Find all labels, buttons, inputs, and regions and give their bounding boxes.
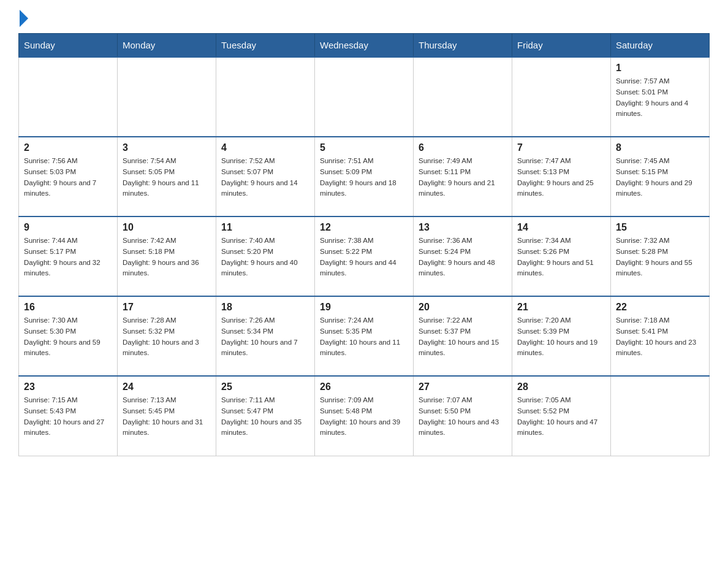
- day-number: 5: [320, 142, 408, 153]
- day-info: Sunrise: 7:42 AMSunset: 5:18 PMDaylight:…: [123, 236, 211, 279]
- calendar-cell: 24Sunrise: 7:13 AMSunset: 5:45 PMDayligh…: [118, 376, 216, 456]
- day-number: 27: [419, 381, 507, 393]
- day-number: 25: [221, 381, 309, 393]
- calendar-week-row-1: 1Sunrise: 7:57 AMSunset: 5:01 PMDaylight…: [19, 57, 710, 137]
- calendar-cell: [611, 376, 710, 456]
- day-info: Sunrise: 7:47 AMSunset: 5:13 PMDaylight:…: [517, 156, 605, 199]
- day-info: Sunrise: 7:52 AMSunset: 5:07 PMDaylight:…: [221, 156, 309, 199]
- day-info: Sunrise: 7:05 AMSunset: 5:52 PMDaylight:…: [517, 395, 605, 439]
- day-number: 19: [320, 302, 408, 313]
- calendar-week-row-3: 9Sunrise: 7:44 AMSunset: 5:17 PMDaylight…: [19, 216, 710, 296]
- page-header: [18, 12, 710, 27]
- day-number: 24: [123, 381, 211, 393]
- day-info: Sunrise: 7:20 AMSunset: 5:39 PMDaylight:…: [517, 315, 605, 359]
- day-info: Sunrise: 7:56 AMSunset: 5:03 PMDaylight:…: [24, 156, 112, 199]
- calendar-cell: 1Sunrise: 7:57 AMSunset: 5:01 PMDaylight…: [611, 57, 710, 137]
- calendar-cell: 6Sunrise: 7:49 AMSunset: 5:11 PMDaylight…: [414, 137, 512, 216]
- day-info: Sunrise: 7:30 AMSunset: 5:30 PMDaylight:…: [24, 315, 112, 359]
- day-number: 21: [517, 302, 605, 313]
- day-info: Sunrise: 7:40 AMSunset: 5:20 PMDaylight:…: [221, 236, 309, 279]
- day-info: Sunrise: 7:07 AMSunset: 5:50 PMDaylight:…: [419, 395, 507, 439]
- calendar-cell: [216, 57, 315, 137]
- day-number: 26: [320, 381, 408, 393]
- day-number: 8: [616, 142, 704, 153]
- day-info: Sunrise: 7:09 AMSunset: 5:48 PMDaylight:…: [320, 395, 408, 439]
- day-info: Sunrise: 7:45 AMSunset: 5:15 PMDaylight:…: [616, 156, 704, 199]
- day-number: 4: [221, 142, 309, 153]
- calendar-week-row-2: 2Sunrise: 7:56 AMSunset: 5:03 PMDaylight…: [19, 137, 710, 216]
- day-number: 10: [123, 222, 211, 233]
- weekday-header-tuesday: Tuesday: [216, 34, 315, 58]
- weekday-header-thursday: Thursday: [414, 34, 512, 58]
- calendar-cell: [512, 57, 611, 137]
- weekday-header-wednesday: Wednesday: [315, 34, 414, 58]
- calendar-cell: [315, 57, 414, 137]
- calendar-cell: 22Sunrise: 7:18 AMSunset: 5:41 PMDayligh…: [611, 296, 710, 376]
- calendar-cell: 14Sunrise: 7:34 AMSunset: 5:26 PMDayligh…: [512, 216, 611, 296]
- day-info: Sunrise: 7:18 AMSunset: 5:41 PMDaylight:…: [616, 315, 704, 359]
- day-info: Sunrise: 7:11 AMSunset: 5:47 PMDaylight:…: [221, 395, 309, 439]
- day-number: 3: [123, 142, 211, 153]
- calendar-cell: 7Sunrise: 7:47 AMSunset: 5:13 PMDaylight…: [512, 137, 611, 216]
- day-number: 15: [616, 222, 704, 233]
- day-number: 17: [123, 302, 211, 313]
- day-info: Sunrise: 7:28 AMSunset: 5:32 PMDaylight:…: [123, 315, 211, 359]
- weekday-header-sunday: Sunday: [19, 34, 118, 58]
- calendar-cell: 21Sunrise: 7:20 AMSunset: 5:39 PMDayligh…: [512, 296, 611, 376]
- day-info: Sunrise: 7:13 AMSunset: 5:45 PMDaylight:…: [123, 395, 211, 439]
- calendar-cell: 10Sunrise: 7:42 AMSunset: 5:18 PMDayligh…: [118, 216, 216, 296]
- calendar-cell: 17Sunrise: 7:28 AMSunset: 5:32 PMDayligh…: [118, 296, 216, 376]
- calendar-cell: 3Sunrise: 7:54 AMSunset: 5:05 PMDaylight…: [118, 137, 216, 216]
- calendar-cell: 4Sunrise: 7:52 AMSunset: 5:07 PMDaylight…: [216, 137, 315, 216]
- day-number: 14: [517, 222, 605, 233]
- day-info: Sunrise: 7:34 AMSunset: 5:26 PMDaylight:…: [517, 236, 605, 279]
- calendar-cell: 28Sunrise: 7:05 AMSunset: 5:52 PMDayligh…: [512, 376, 611, 456]
- weekday-header-row: SundayMondayTuesdayWednesdayThursdayFrid…: [19, 34, 710, 58]
- calendar-cell: 20Sunrise: 7:22 AMSunset: 5:37 PMDayligh…: [414, 296, 512, 376]
- weekday-header-friday: Friday: [512, 34, 611, 58]
- day-info: Sunrise: 7:57 AMSunset: 5:01 PMDaylight:…: [616, 76, 704, 120]
- calendar-cell: 23Sunrise: 7:15 AMSunset: 5:43 PMDayligh…: [19, 376, 118, 456]
- day-info: Sunrise: 7:51 AMSunset: 5:09 PMDaylight:…: [320, 156, 408, 199]
- day-number: 6: [419, 142, 507, 153]
- calendar-cell: 16Sunrise: 7:30 AMSunset: 5:30 PMDayligh…: [19, 296, 118, 376]
- calendar-cell: 18Sunrise: 7:26 AMSunset: 5:34 PMDayligh…: [216, 296, 315, 376]
- calendar-cell: 15Sunrise: 7:32 AMSunset: 5:28 PMDayligh…: [611, 216, 710, 296]
- day-number: 1: [616, 63, 704, 74]
- day-number: 18: [221, 302, 309, 313]
- day-number: 13: [419, 222, 507, 233]
- day-number: 7: [517, 142, 605, 153]
- day-info: Sunrise: 7:49 AMSunset: 5:11 PMDaylight:…: [419, 156, 507, 199]
- day-info: Sunrise: 7:54 AMSunset: 5:05 PMDaylight:…: [123, 156, 211, 199]
- day-info: Sunrise: 7:24 AMSunset: 5:35 PMDaylight:…: [320, 315, 408, 359]
- calendar-cell: 12Sunrise: 7:38 AMSunset: 5:22 PMDayligh…: [315, 216, 414, 296]
- calendar-cell: 26Sunrise: 7:09 AMSunset: 5:48 PMDayligh…: [315, 376, 414, 456]
- day-number: 22: [616, 302, 704, 313]
- weekday-header-saturday: Saturday: [611, 34, 710, 58]
- calendar-cell: 8Sunrise: 7:45 AMSunset: 5:15 PMDaylight…: [611, 137, 710, 216]
- day-number: 12: [320, 222, 408, 233]
- day-number: 9: [24, 222, 112, 233]
- day-info: Sunrise: 7:26 AMSunset: 5:34 PMDaylight:…: [221, 315, 309, 359]
- calendar-week-row-4: 16Sunrise: 7:30 AMSunset: 5:30 PMDayligh…: [19, 296, 710, 376]
- day-info: Sunrise: 7:15 AMSunset: 5:43 PMDaylight:…: [24, 395, 112, 439]
- weekday-header-monday: Monday: [118, 34, 216, 58]
- day-number: 20: [419, 302, 507, 313]
- calendar-cell: 19Sunrise: 7:24 AMSunset: 5:35 PMDayligh…: [315, 296, 414, 376]
- calendar-cell: 27Sunrise: 7:07 AMSunset: 5:50 PMDayligh…: [414, 376, 512, 456]
- day-number: 23: [24, 381, 112, 393]
- calendar-week-row-5: 23Sunrise: 7:15 AMSunset: 5:43 PMDayligh…: [19, 376, 710, 456]
- day-info: Sunrise: 7:32 AMSunset: 5:28 PMDaylight:…: [616, 236, 704, 279]
- day-info: Sunrise: 7:38 AMSunset: 5:22 PMDaylight:…: [320, 236, 408, 279]
- day-info: Sunrise: 7:44 AMSunset: 5:17 PMDaylight:…: [24, 236, 112, 279]
- day-number: 2: [24, 142, 112, 153]
- calendar-cell: [19, 57, 118, 137]
- calendar-cell: 25Sunrise: 7:11 AMSunset: 5:47 PMDayligh…: [216, 376, 315, 456]
- calendar-cell: 13Sunrise: 7:36 AMSunset: 5:24 PMDayligh…: [414, 216, 512, 296]
- calendar-cell: 11Sunrise: 7:40 AMSunset: 5:20 PMDayligh…: [216, 216, 315, 296]
- day-number: 11: [221, 222, 309, 233]
- calendar-cell: 2Sunrise: 7:56 AMSunset: 5:03 PMDaylight…: [19, 137, 118, 216]
- calendar-cell: [414, 57, 512, 137]
- calendar-cell: 9Sunrise: 7:44 AMSunset: 5:17 PMDaylight…: [19, 216, 118, 296]
- day-number: 28: [517, 381, 605, 393]
